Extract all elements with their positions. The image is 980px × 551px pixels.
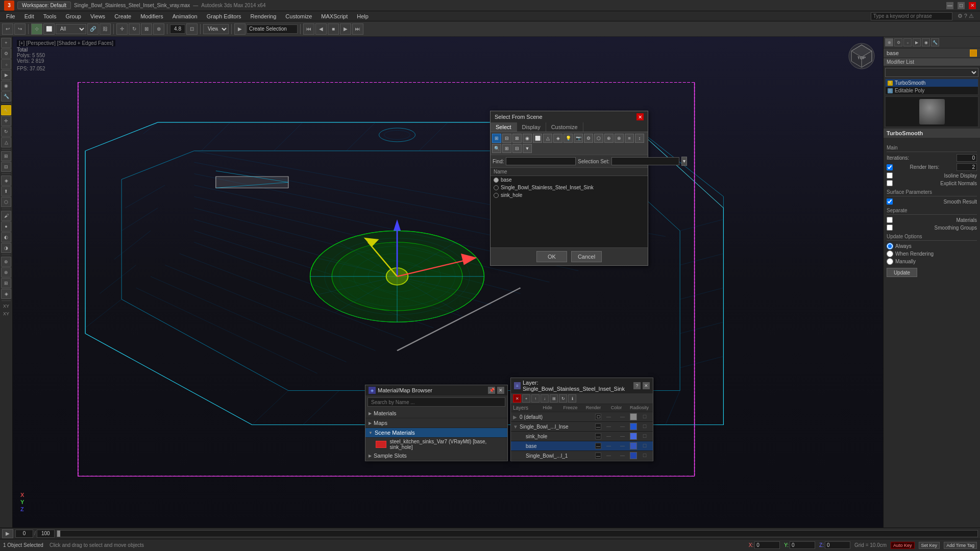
mb-section-maps[interactable]: ▶ Maps	[365, 418, 507, 428]
pi-motion[interactable]: ▶	[913, 38, 921, 46]
menu-edit[interactable]: Edit	[20, 12, 38, 20]
tb-filter9[interactable]: ⊕	[604, 134, 614, 143]
tb-filter16[interactable]: ▼	[523, 144, 532, 153]
modifier-dropdown[interactable]	[885, 68, 978, 77]
tb-none[interactable]: ⊟	[502, 134, 511, 143]
mb-section-materials[interactable]: ▶ Materials	[365, 409, 507, 418]
lt-paint2[interactable]: ●	[1, 221, 11, 232]
toolbar-render[interactable]: ▶	[234, 23, 246, 35]
tb-filter6[interactable]: 📷	[574, 134, 583, 143]
list-item-sinkhole[interactable]: sink_hole	[491, 191, 648, 199]
color-default[interactable]	[630, 413, 637, 420]
pi-util[interactable]: 🔧	[931, 38, 939, 46]
lt-paint[interactable]: 🖌	[1, 211, 11, 221]
menu-file[interactable]: File	[2, 12, 19, 20]
tab-display[interactable]: Display	[517, 122, 546, 132]
tb-filter8[interactable]: ⬡	[594, 134, 603, 143]
toolbar-filter[interactable]: All	[56, 24, 86, 34]
layer-row-default[interactable]: ▶ 0 (default) ☐ — — ☐	[511, 412, 653, 422]
tb-filter15[interactable]: ⊟	[512, 144, 522, 153]
smooth-result-checkbox[interactable]	[887, 198, 893, 205]
menu-group[interactable]: Group	[61, 12, 85, 20]
radio-base[interactable]	[494, 178, 499, 183]
mb-pin-button[interactable]: 📌	[488, 387, 495, 394]
help-search[interactable]	[871, 12, 952, 20]
menu-rendering[interactable]: Rendering	[247, 12, 281, 20]
render-iters-value[interactable]	[957, 163, 977, 171]
maximize-button[interactable]: □	[958, 2, 965, 9]
tb-filter11[interactable]: ≡	[625, 134, 634, 143]
expand-sink[interactable]: ▼	[513, 424, 518, 430]
minimize-button[interactable]: —	[946, 2, 953, 9]
lt-chamfer[interactable]: ◈	[1, 176, 11, 186]
find-input[interactable]	[506, 157, 576, 165]
tb-invert[interactable]: ⊠	[512, 134, 522, 143]
lt-align[interactable]: ⊞	[1, 278, 11, 288]
mb-close-button[interactable]: ✕	[497, 387, 504, 394]
tb-filter14[interactable]: ⊞	[502, 144, 511, 153]
mod-item-edpoly[interactable]: E Editable Poly	[886, 87, 978, 94]
lp-add-btn[interactable]: +	[522, 394, 530, 403]
pi-create[interactable]: ⊕	[885, 38, 893, 46]
lt-extrude[interactable]: ⬆	[1, 186, 11, 196]
lp-select-btn[interactable]: ⊞	[550, 394, 558, 403]
radio-sink[interactable]	[494, 185, 499, 190]
lt-display[interactable]: ◉	[1, 81, 11, 91]
lt-snap3d[interactable]: ⊕	[1, 257, 11, 267]
toolbar-prev[interactable]: ◀	[315, 23, 327, 35]
menu-create[interactable]: Create	[110, 12, 135, 20]
toolbar-stop[interactable]: ■	[328, 23, 339, 35]
timeline-track[interactable]	[57, 530, 978, 537]
scene-object-list[interactable]: base Single_Bowl_Stainless_Steel_Inset_S…	[491, 176, 648, 217]
lt-snap2d[interactable]: ⊗	[1, 267, 11, 278]
hide-sinkhole[interactable]: —	[595, 433, 601, 439]
sel-options-btn[interactable]: ▼	[681, 157, 687, 166]
lp-info-btn[interactable]: ℹ	[568, 394, 576, 403]
viewport[interactable]: [+] [Perspective] [Shaded + Edged Faces]…	[13, 37, 883, 528]
menu-help[interactable]: Help	[353, 12, 373, 20]
current-frame-input[interactable]	[15, 530, 33, 538]
lt-link[interactable]: ⊞	[1, 151, 11, 161]
toolbar-rotate[interactable]: ↻	[129, 23, 140, 35]
lt-create[interactable]: +	[1, 38, 11, 48]
lp-titlebar[interactable]: ≡ Layer: Single_Bowl_Stainless_Steel_Ins…	[511, 378, 653, 393]
toolbar-end[interactable]: ⏭	[352, 23, 363, 35]
color-sink[interactable]	[630, 423, 637, 430]
lt-material[interactable]: ◈	[1, 289, 11, 299]
hide-base[interactable]: —	[595, 443, 601, 449]
tb-filter5[interactable]: 💡	[564, 134, 573, 143]
setkey-button[interactable]: Set Key	[919, 542, 940, 549]
autokey-button[interactable]: Auto Key	[891, 542, 915, 549]
mb-titlebar[interactable]: ◈ Material/Map Browser 📌 ✕	[365, 385, 507, 395]
toolbar-move[interactable]: ✛	[116, 23, 128, 35]
iterations-value[interactable]	[957, 154, 977, 162]
layer-row-base[interactable]: base — — — ☐	[511, 441, 653, 451]
tb-filter3[interactable]: △	[543, 134, 552, 143]
menu-tools[interactable]: Tools	[39, 12, 61, 20]
timeline-thumb[interactable]	[57, 531, 60, 537]
menu-views[interactable]: Views	[86, 12, 109, 20]
total-frames-input[interactable]	[37, 530, 55, 538]
tb-filter2[interactable]: ⬜	[533, 134, 542, 143]
list-item-sink[interactable]: Single_Bowl_Stainless_Steel_Inset_Sink	[491, 184, 648, 191]
toolbar-select[interactable]: ⊹	[31, 23, 42, 35]
tab-customize[interactable]: Customize	[546, 122, 583, 132]
menu-customize[interactable]: Customize	[281, 12, 316, 20]
z-value[interactable]	[825, 541, 850, 549]
workspace-selector[interactable]: Workspace: Default	[17, 2, 71, 9]
lt-select[interactable]: ↖	[1, 105, 11, 115]
lp-question-button[interactable]: ?	[633, 382, 641, 389]
lt-bevel[interactable]: ⬡	[1, 197, 11, 207]
pi-modify[interactable]: ⚙	[894, 38, 902, 46]
menu-graph-editors[interactable]: Graph Editors	[203, 12, 246, 20]
manually-radio[interactable]	[887, 258, 893, 265]
menu-modifiers[interactable]: Modifiers	[136, 12, 167, 20]
color-singlebowl[interactable]	[630, 452, 637, 459]
update-button[interactable]: Update	[887, 268, 917, 277]
explicit-normals-checkbox[interactable]	[887, 180, 893, 186]
isoline-checkbox[interactable]	[887, 172, 893, 179]
tb-filter1[interactable]: ◉	[523, 134, 532, 143]
hide-default[interactable]: ☐	[595, 414, 601, 420]
toolbar-unlink[interactable]: ⛓	[100, 23, 111, 35]
layer-row-singlebowl[interactable]: Single_Bowl_...l_1 — — — ☐	[511, 451, 653, 461]
